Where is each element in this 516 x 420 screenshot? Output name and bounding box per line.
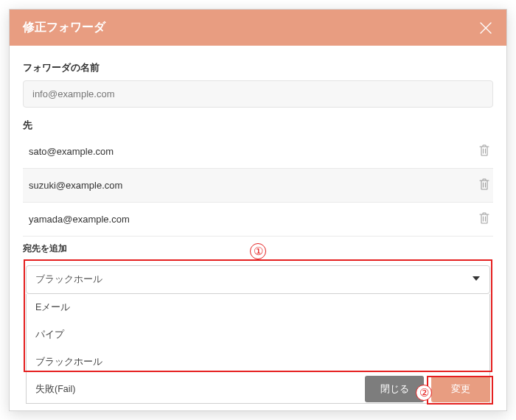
destination-row: suzuki@example.com <box>23 169 493 203</box>
select-option[interactable]: ブラックホール <box>27 349 489 376</box>
submit-button[interactable]: 変更 <box>431 376 490 402</box>
destination-row: yamada@example.com <box>23 203 493 237</box>
close-icon[interactable] <box>478 21 493 35</box>
modal-forwarder-edit: 修正フォワーダ フォワーダの名前 info@example.com 先 sato… <box>9 9 507 411</box>
modal-body: フォワーダの名前 info@example.com 先 sato@example… <box>10 46 506 265</box>
annotation-marker-1: ① <box>250 243 266 259</box>
trash-icon[interactable] <box>478 144 490 159</box>
destinations-label: 先 <box>23 119 493 132</box>
close-button[interactable]: 閉じる <box>365 376 424 402</box>
select-option[interactable]: パイプ <box>27 321 489 349</box>
trash-icon[interactable] <box>478 178 490 193</box>
select-option[interactable]: Eメール <box>27 294 489 321</box>
trash-icon[interactable] <box>478 211 490 227</box>
destination-email: yamada@example.com <box>29 214 130 225</box>
destination-email: sato@example.com <box>29 146 114 157</box>
chevron-down-icon <box>473 276 480 281</box>
forwarder-name-label: フォワーダの名前 <box>23 62 493 74</box>
select-box[interactable]: ブラックホール <box>26 265 490 294</box>
destination-row: sato@example.com <box>23 135 493 169</box>
modal-title: 修正フォワーダ <box>23 20 105 35</box>
select-value: ブラックホール <box>35 273 102 286</box>
modal-header: 修正フォワーダ <box>10 10 506 46</box>
annotation-marker-2: ② <box>416 385 432 401</box>
destination-email: suzuki@example.com <box>29 180 122 191</box>
forwarder-name-input[interactable]: info@example.com <box>23 80 493 108</box>
